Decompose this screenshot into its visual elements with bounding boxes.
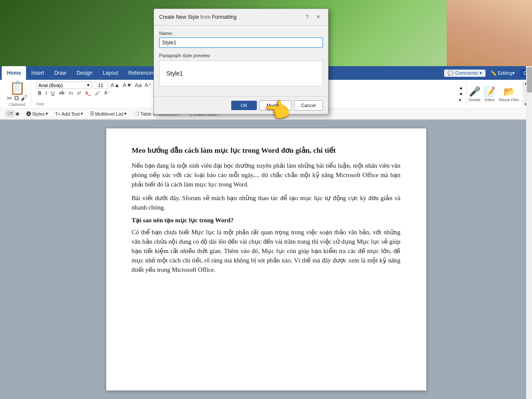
font-group: Arial (Body) ▾ 11 A▲ A▼ Aa A⁺ B I U ab̶ … (33, 82, 156, 106)
cancel-button[interactable]: Cancel (294, 100, 323, 111)
font-color-button[interactable]: A_ (84, 90, 93, 96)
toggle-icon: ◉ (15, 111, 20, 116)
chevron-down-icon2: ▾ (512, 70, 515, 76)
dialog-titlebar: Create New Style from Formatting ? ✕ (154, 9, 328, 26)
pencil-icon: ✏️ (491, 70, 497, 76)
font-size-input[interactable]: 11 (93, 82, 108, 89)
tab-design[interactable]: Design (71, 66, 97, 80)
document-heading1[interactable]: Tại sao nên tạo mục lục trong Word? (132, 216, 401, 224)
dictate-label: Dictate (468, 98, 480, 102)
editor-label: Editor (485, 98, 495, 102)
tab-insert[interactable]: Insert (26, 66, 49, 80)
background-photo-right (447, 0, 532, 66)
dialog-body: Name: Paragraph style preview: Style1 (154, 26, 328, 96)
chevron-styles: ▾ (46, 111, 48, 116)
dialog-close-button[interactable]: ✕ (314, 12, 323, 22)
chevron-down-icon: ▾ (480, 70, 482, 76)
italic-button[interactable]: I (44, 90, 49, 96)
toggle-off-label: Off (6, 111, 15, 117)
copy-icon[interactable]: ⧉ (14, 94, 19, 102)
styles-icon: 🅐 (26, 111, 31, 116)
tab-bar-right: 💬 Comments ▾ ✏️ Editing ▾ Ω (444, 66, 530, 80)
dialog-help-button[interactable]: ? (302, 12, 312, 22)
document-para1[interactable]: Nếu bạn đang là một sinh viên đại học th… (132, 161, 401, 189)
format-painter-icon[interactable]: 🖌 (20, 94, 27, 102)
strikethrough-button[interactable]: ab̶ (57, 90, 66, 96)
add-text-button[interactable]: T+ Add Text ▾ (53, 110, 85, 117)
document-scrollbar[interactable] (526, 120, 532, 399)
styles-more-button[interactable]: ▾ (459, 98, 463, 102)
underline-button[interactable]: U (49, 90, 56, 96)
font-grow-button[interactable]: A▲ (110, 82, 121, 89)
editing-label: Editing (498, 70, 512, 76)
font-label: Font (36, 102, 44, 106)
add-text-label: Add Text (61, 111, 80, 116)
preview-box: Style1 (159, 61, 323, 86)
text-color-button[interactable]: A⁻ (102, 90, 111, 96)
document: Meo hướng dẫn cách làm mục lục trong Wor… (106, 128, 426, 390)
document-area: Meo hướng dẫn cách làm mục lục trong Wor… (0, 120, 532, 399)
tab-draw[interactable]: Draw (49, 66, 71, 80)
reuse-files-button[interactable]: 📂 Reuse Files (499, 86, 519, 102)
styles-up-button[interactable]: ▲ (459, 85, 463, 90)
chevron-down-icon3: ▾ (87, 82, 90, 88)
comments-label: Comments (455, 70, 478, 76)
font-name-value: Arial (Body) (38, 83, 63, 88)
microphone-icon: 🎤 (469, 86, 480, 97)
styles-down-button[interactable]: ▼ (459, 92, 463, 96)
name-input[interactable] (159, 38, 323, 48)
tab-layout[interactable]: Layout (98, 66, 123, 80)
comment-icon: 💬 (448, 70, 454, 76)
styles-scroll: ▲ ▼ ▾ (459, 85, 463, 102)
document-para2[interactable]: Bài viết dưới đây, Sforum sẽ mách bạn nh… (132, 193, 401, 212)
styles-button[interactable]: 🅐 Styles ▾ (24, 110, 50, 117)
right-tools: 🎤 Dictate 📝 Editor 📂 Reuse Files ▲ ▼ (468, 82, 529, 106)
add-text-icon: T+ (55, 111, 61, 116)
ok-button[interactable]: OK (231, 101, 257, 110)
document-para3[interactable]: Có thể bạn chưa biết Mục lục là một phần… (132, 227, 401, 274)
modify-button[interactable]: Modify... (259, 100, 291, 111)
editor-icon: 📝 (484, 86, 495, 97)
word-application: Home Insert Draw Design Layout Reference… (0, 66, 532, 399)
preview-label: Paragraph style preview: (159, 53, 323, 58)
editor-button[interactable]: 📝 Editor (484, 86, 495, 102)
highlight-button[interactable]: 🖊 (93, 90, 102, 96)
chevron-addtext: ▾ (81, 111, 83, 116)
name-label: Name: (159, 31, 323, 36)
toc-icon: 📑 (134, 111, 140, 116)
dialog-title-label: Create New Style from Formatting (159, 14, 236, 20)
dialog-controls: ? ✕ (302, 12, 323, 22)
clipboard-sub-actions: ✂ ⧉ 🖌 (7, 94, 27, 102)
track-changes-toggle[interactable]: Off ◉ (3, 110, 22, 118)
font-shrink-button[interactable]: A▼ (122, 82, 133, 89)
create-style-dialog[interactable]: Create New Style from Formatting ? ✕ Nam… (154, 9, 329, 114)
text-effects-button[interactable]: A⁺ (144, 82, 152, 89)
dialog-footer: OK Modify... Cancel (154, 96, 328, 114)
multilevel-icon: ☰ (90, 111, 94, 116)
styles-label: Styles (32, 111, 45, 116)
multilevel-label: Multilevel List (95, 111, 123, 116)
clipboard-label: Clipboard (9, 102, 26, 107)
multilevel-list-button[interactable]: ☰ Multilevel List ▾ (88, 110, 129, 117)
paste-button[interactable]: 📋 (9, 82, 25, 94)
chevron-multilevel: ▾ (124, 111, 127, 116)
comments-button[interactable]: 💬 Comments ▾ (444, 70, 485, 77)
subscript-button[interactable]: x₂ (67, 90, 75, 96)
dialog-title-text: Create New Style from Formatting (159, 14, 236, 20)
font-name-dropdown[interactable]: Arial (Body) ▾ (36, 82, 92, 89)
reuse-label: Reuse Files (499, 98, 519, 102)
font-format-row: B I U ab̶ x₂ x² A_ 🖊 A⁻ (36, 90, 152, 96)
preview-text: Style1 (166, 70, 183, 77)
document-title: Meo hướng dẫn cách làm mục lục trong Wor… (132, 146, 401, 156)
cut-icon[interactable]: ✂ (7, 94, 12, 102)
superscript-button[interactable]: x² (76, 90, 83, 96)
clipboard-group: 📋 ✂ ⧉ 🖌 Clipboard (3, 82, 31, 106)
tab-home[interactable]: Home (2, 66, 26, 80)
dictate-button[interactable]: 🎤 Dictate (468, 86, 480, 102)
reuse-icon: 📂 (503, 86, 515, 97)
change-case-button[interactable]: Aa (134, 82, 142, 89)
editing-button[interactable]: ✏️ Editing ▾ (487, 66, 518, 80)
bold-button[interactable]: B (36, 90, 43, 96)
